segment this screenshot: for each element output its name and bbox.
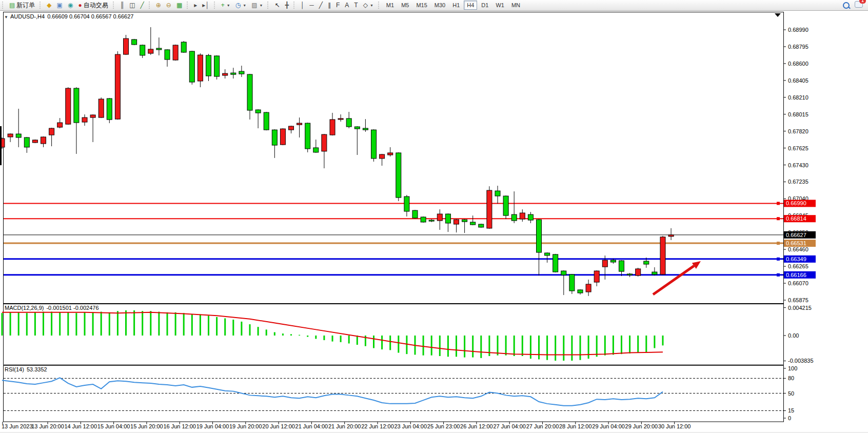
zoom-out-button[interactable]: ⊖ <box>164 1 174 10</box>
candle-body-bull <box>66 88 71 124</box>
hline-button[interactable]: ─ <box>307 1 317 10</box>
candle-body-bull <box>437 214 442 221</box>
candle-body-bear <box>231 73 236 74</box>
chart-plot[interactable]: 0.689900.687950.686000.684050.682100.680… <box>0 0 868 433</box>
line-chart-button[interactable]: ╱ <box>138 1 147 10</box>
shapes-icon: ◇ <box>363 1 368 9</box>
trendline-button[interactable]: ╱ <box>317 1 325 10</box>
macd-tick-label: -0.003835 <box>788 358 814 364</box>
candle-body-bull <box>330 120 335 135</box>
bar-chart-button[interactable]: ║ <box>117 1 127 10</box>
auto-scroll-icon: ▸ <box>194 1 197 9</box>
candle-chart-button[interactable]: ◫ <box>127 1 137 10</box>
cursor-button[interactable]: ↖ <box>272 1 282 10</box>
search-icon[interactable] <box>843 2 850 9</box>
auto-scroll-button[interactable]: ▸ <box>191 1 200 10</box>
ohlc-values: 0.66609 0.66704 0.66567 0.66627 <box>47 13 133 19</box>
zoom-in-button[interactable]: ⊕ <box>153 1 164 10</box>
bar-chart-icon: ║ <box>120 1 125 9</box>
price-badge-label: 0.66627 <box>786 232 806 238</box>
price-tick-label: 0.67235 <box>788 179 808 185</box>
text-button[interactable]: A <box>342 1 351 10</box>
autotrade-button-label: 自动交易 <box>84 1 108 10</box>
toolbar-separator <box>187 2 189 9</box>
timeframe-button-h1[interactable]: H1 <box>449 1 463 10</box>
chart-shift-button[interactable]: ▸│ <box>200 1 212 10</box>
marketwatch-icon: ◆ <box>47 1 51 9</box>
hline-handle[interactable] <box>777 202 780 205</box>
marketwatch-button[interactable]: ◆ <box>44 1 54 10</box>
timeframe-button-h4[interactable]: H4 <box>464 1 477 10</box>
symbol-label: ▼AUDUSD-,H40.66609 0.66704 0.66567 0.666… <box>4 13 133 19</box>
timeframe-button-d1[interactable]: D1 <box>478 1 491 10</box>
price-tick-label: 0.68015 <box>788 111 808 117</box>
crosshair-button[interactable]: ╋ <box>283 1 291 10</box>
label-button[interactable]: T <box>351 1 360 10</box>
rsi-name: RSI(14) <box>5 366 24 372</box>
trendline-icon: ╱ <box>319 1 323 9</box>
time-tick-label: 29 Jun 20:00 <box>625 423 658 429</box>
candle-body-bull <box>338 119 343 120</box>
timeframe-button-m1[interactable]: M1 <box>383 1 397 10</box>
hline-handle[interactable] <box>777 217 780 220</box>
time-tick-label: 19 Jun 04:00 <box>196 423 229 429</box>
hline-handle[interactable] <box>777 242 780 245</box>
toolbar-separator <box>293 2 296 9</box>
price-badge-label: 0.66814 <box>786 215 806 222</box>
candle-body-bear <box>561 271 566 275</box>
channel-button[interactable]: ∥ <box>325 1 333 10</box>
template-icon: ▨ <box>251 1 257 9</box>
timeframe-button-w1[interactable]: W1 <box>492 1 507 10</box>
toolbar-separator <box>113 2 115 9</box>
timeframe-button-m5[interactable]: M5 <box>398 1 412 10</box>
template-button[interactable]: ▨▼ <box>249 1 265 10</box>
price-tick-label: 0.66070 <box>788 280 808 286</box>
time-tick-label: 27 Jun 20:00 <box>526 423 559 429</box>
tile-windows-button[interactable]: ▦ <box>174 1 185 10</box>
new-chart-button[interactable]: +▼ <box>219 1 233 10</box>
macd-name: MACD(12,26,9) <box>5 305 44 311</box>
price-badge-label: 0.66531 <box>786 240 806 246</box>
candle-body-bull <box>98 99 104 117</box>
collapse-icon[interactable]: ▼ <box>4 15 8 19</box>
price-tick-label: 0.67820 <box>788 128 808 134</box>
channel-icon: ∥ <box>328 1 331 9</box>
data-window-button[interactable]: ▣ <box>54 1 65 10</box>
candle-body-bear <box>610 260 616 262</box>
candle-body-bull <box>198 55 203 81</box>
signals-button[interactable]: ◉ <box>65 1 75 10</box>
candle-body-bear <box>470 222 476 225</box>
rsi-indicator-label: RSI(14)53.3352 <box>5 366 47 372</box>
candle-body-bear <box>107 99 112 120</box>
candle-body-bear <box>255 110 261 113</box>
candle-body-bear <box>74 88 79 123</box>
candle-body-bear <box>189 51 194 82</box>
hline-handle[interactable] <box>777 258 780 261</box>
toolbar-separator <box>149 2 151 9</box>
candle-body-bull <box>223 73 228 75</box>
candle-body-bear <box>652 272 657 274</box>
macd-tick-label: 0.00 <box>788 332 799 339</box>
toolbar-separator <box>2 2 5 9</box>
autotrade-button[interactable]: ●自动交易 <box>75 1 110 10</box>
time-tick-label: 28 Jun 12:00 <box>559 423 592 429</box>
timeframe-button-m15[interactable]: M15 <box>413 1 430 10</box>
hline-handle[interactable] <box>777 273 780 277</box>
time-tick-label: 27 Jun 04:00 <box>493 423 526 429</box>
price-tick-label: 0.68990 <box>788 27 808 33</box>
fibonacci-button[interactable]: F <box>333 1 342 10</box>
candle-chart-icon: ◫ <box>129 1 135 9</box>
new-order-button[interactable]: ▤新订单 <box>7 1 37 10</box>
candle-body-bull <box>49 128 54 135</box>
timeframe-button-mn[interactable]: MN <box>508 1 523 10</box>
period-button[interactable]: ◷▼ <box>233 1 249 10</box>
vline-button[interactable]: │ <box>298 1 307 10</box>
rsi-tick-label: 100 <box>788 365 797 371</box>
chat-button[interactable]: 1 <box>855 1 863 9</box>
timeframe-button-m30[interactable]: M30 <box>431 1 448 10</box>
time-tick-label: 22 Jun 12:00 <box>361 423 394 429</box>
candle-body-bear <box>619 261 624 271</box>
candle-body-bear <box>264 112 269 130</box>
shapes-button[interactable]: ◇▼ <box>361 1 376 10</box>
rsi-value: 53.3352 <box>27 366 47 372</box>
